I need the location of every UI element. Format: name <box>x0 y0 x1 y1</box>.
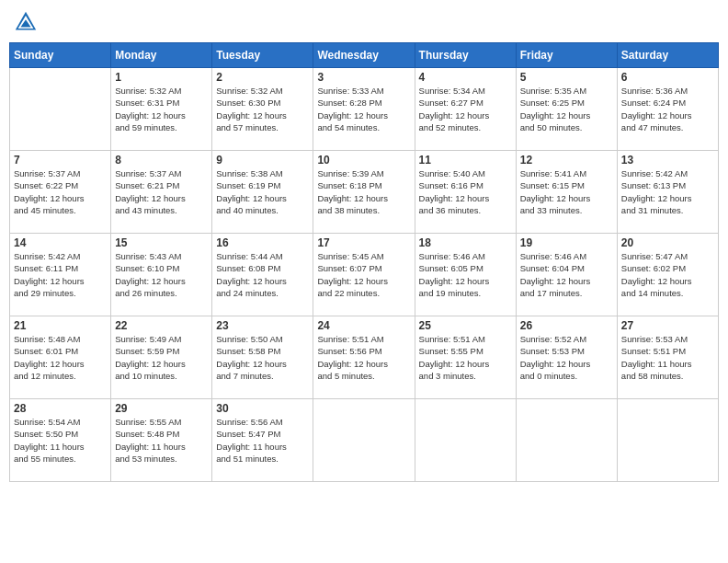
day-info: Sunrise: 5:39 AM Sunset: 6:18 PM Dayligh… <box>317 167 410 216</box>
calendar-cell: 30Sunrise: 5:56 AM Sunset: 5:47 PM Dayli… <box>212 399 313 482</box>
day-info: Sunrise: 5:55 AM Sunset: 5:48 PM Dayligh… <box>115 416 208 465</box>
calendar-cell: 21Sunrise: 5:48 AM Sunset: 6:01 PM Dayli… <box>10 316 111 399</box>
day-info: Sunrise: 5:46 AM Sunset: 6:04 PM Dayligh… <box>520 250 613 299</box>
day-number: 12 <box>520 154 613 167</box>
day-info: Sunrise: 5:34 AM Sunset: 6:27 PM Dayligh… <box>419 85 512 133</box>
day-info: Sunrise: 5:32 AM Sunset: 6:31 PM Dayligh… <box>115 85 208 133</box>
calendar-cell: 22Sunrise: 5:49 AM Sunset: 5:59 PM Dayli… <box>111 316 212 399</box>
day-number: 5 <box>520 71 613 84</box>
day-number: 15 <box>115 236 208 249</box>
calendar-cell: 24Sunrise: 5:51 AM Sunset: 5:56 PM Dayli… <box>313 316 415 399</box>
day-info: Sunrise: 5:46 AM Sunset: 6:05 PM Dayligh… <box>419 250 512 299</box>
calendar-cell: 6Sunrise: 5:36 AM Sunset: 6:24 PM Daylig… <box>617 68 718 151</box>
calendar-cell <box>415 399 516 482</box>
day-number: 9 <box>216 154 309 167</box>
day-info: Sunrise: 5:53 AM Sunset: 5:51 PM Dayligh… <box>621 333 714 382</box>
day-info: Sunrise: 5:49 AM Sunset: 5:59 PM Dayligh… <box>115 333 208 382</box>
day-number: 7 <box>14 154 107 167</box>
day-info: Sunrise: 5:51 AM Sunset: 5:56 PM Dayligh… <box>317 333 410 382</box>
day-number: 16 <box>216 236 309 249</box>
day-number: 11 <box>419 154 512 167</box>
calendar-cell: 1Sunrise: 5:32 AM Sunset: 6:31 PM Daylig… <box>111 68 212 151</box>
day-number: 10 <box>317 154 410 167</box>
day-info: Sunrise: 5:45 AM Sunset: 6:07 PM Dayligh… <box>317 250 410 299</box>
day-info: Sunrise: 5:48 AM Sunset: 6:01 PM Dayligh… <box>14 333 107 382</box>
day-number: 6 <box>621 71 714 84</box>
day-info: Sunrise: 5:56 AM Sunset: 5:47 PM Dayligh… <box>216 416 309 465</box>
day-info: Sunrise: 5:33 AM Sunset: 6:28 PM Dayligh… <box>317 85 410 133</box>
day-number: 19 <box>520 236 613 249</box>
calendar-cell: 11Sunrise: 5:40 AM Sunset: 6:16 PM Dayli… <box>415 151 516 234</box>
day-number: 18 <box>419 236 512 249</box>
day-info: Sunrise: 5:41 AM Sunset: 6:15 PM Dayligh… <box>520 167 613 216</box>
day-info: Sunrise: 5:42 AM Sunset: 6:11 PM Dayligh… <box>14 250 107 299</box>
day-info: Sunrise: 5:37 AM Sunset: 6:21 PM Dayligh… <box>115 167 208 216</box>
day-number: 25 <box>419 319 512 332</box>
day-info: Sunrise: 5:47 AM Sunset: 6:02 PM Dayligh… <box>621 250 714 299</box>
page-header <box>9 9 719 35</box>
day-number: 13 <box>621 154 714 167</box>
calendar-cell: 18Sunrise: 5:46 AM Sunset: 6:05 PM Dayli… <box>415 234 516 316</box>
day-info: Sunrise: 5:51 AM Sunset: 5:55 PM Dayligh… <box>419 333 512 382</box>
calendar-cell: 23Sunrise: 5:50 AM Sunset: 5:58 PM Dayli… <box>212 316 313 399</box>
day-info: Sunrise: 5:42 AM Sunset: 6:13 PM Dayligh… <box>621 167 714 216</box>
calendar-cell: 15Sunrise: 5:43 AM Sunset: 6:10 PM Dayli… <box>111 234 212 316</box>
day-number: 26 <box>520 319 613 332</box>
calendar-cell: 4Sunrise: 5:34 AM Sunset: 6:27 PM Daylig… <box>415 68 516 151</box>
day-number: 4 <box>419 71 512 84</box>
day-number: 24 <box>317 319 410 332</box>
calendar-cell: 7Sunrise: 5:37 AM Sunset: 6:22 PM Daylig… <box>10 151 111 234</box>
day-number: 20 <box>621 236 714 249</box>
day-info: Sunrise: 5:37 AM Sunset: 6:22 PM Dayligh… <box>14 167 107 216</box>
calendar-cell <box>313 399 415 482</box>
weekday-header: Sunday <box>10 43 111 68</box>
calendar-week-row: 21Sunrise: 5:48 AM Sunset: 6:01 PM Dayli… <box>10 316 719 399</box>
day-info: Sunrise: 5:50 AM Sunset: 5:58 PM Dayligh… <box>216 333 309 382</box>
day-info: Sunrise: 5:40 AM Sunset: 6:16 PM Dayligh… <box>419 167 512 216</box>
day-number: 2 <box>216 71 309 84</box>
day-info: Sunrise: 5:43 AM Sunset: 6:10 PM Dayligh… <box>115 250 208 299</box>
logo-icon <box>13 9 39 35</box>
day-number: 22 <box>115 319 208 332</box>
calendar-cell: 2Sunrise: 5:32 AM Sunset: 6:30 PM Daylig… <box>212 68 313 151</box>
day-number: 29 <box>115 402 208 415</box>
calendar-cell: 27Sunrise: 5:53 AM Sunset: 5:51 PM Dayli… <box>617 316 718 399</box>
day-info: Sunrise: 5:32 AM Sunset: 6:30 PM Dayligh… <box>216 85 309 133</box>
calendar-cell <box>10 68 111 151</box>
calendar-table: SundayMondayTuesdayWednesdayThursdayFrid… <box>9 42 719 482</box>
weekday-header-row: SundayMondayTuesdayWednesdayThursdayFrid… <box>10 43 719 68</box>
day-number: 21 <box>14 319 107 332</box>
calendar-cell: 16Sunrise: 5:44 AM Sunset: 6:08 PM Dayli… <box>212 234 313 316</box>
logo <box>13 9 42 35</box>
day-number: 1 <box>115 71 208 84</box>
day-number: 28 <box>14 402 107 415</box>
calendar-cell: 5Sunrise: 5:35 AM Sunset: 6:25 PM Daylig… <box>516 68 617 151</box>
day-number: 14 <box>14 236 107 249</box>
day-info: Sunrise: 5:54 AM Sunset: 5:50 PM Dayligh… <box>14 416 107 465</box>
calendar-week-row: 28Sunrise: 5:54 AM Sunset: 5:50 PM Dayli… <box>10 399 719 482</box>
calendar-cell: 12Sunrise: 5:41 AM Sunset: 6:15 PM Dayli… <box>516 151 617 234</box>
day-number: 23 <box>216 319 309 332</box>
weekday-header: Friday <box>516 43 617 68</box>
calendar-cell: 10Sunrise: 5:39 AM Sunset: 6:18 PM Dayli… <box>313 151 415 234</box>
calendar-cell: 26Sunrise: 5:52 AM Sunset: 5:53 PM Dayli… <box>516 316 617 399</box>
day-number: 27 <box>621 319 714 332</box>
calendar-cell: 3Sunrise: 5:33 AM Sunset: 6:28 PM Daylig… <box>313 68 415 151</box>
calendar-cell: 8Sunrise: 5:37 AM Sunset: 6:21 PM Daylig… <box>111 151 212 234</box>
day-number: 8 <box>115 154 208 167</box>
calendar-cell: 17Sunrise: 5:45 AM Sunset: 6:07 PM Dayli… <box>313 234 415 316</box>
weekday-header: Monday <box>111 43 212 68</box>
calendar-week-row: 14Sunrise: 5:42 AM Sunset: 6:11 PM Dayli… <box>10 234 719 316</box>
calendar-cell: 14Sunrise: 5:42 AM Sunset: 6:11 PM Dayli… <box>10 234 111 316</box>
day-info: Sunrise: 5:36 AM Sunset: 6:24 PM Dayligh… <box>621 85 714 133</box>
calendar-cell: 13Sunrise: 5:42 AM Sunset: 6:13 PM Dayli… <box>617 151 718 234</box>
calendar-cell: 19Sunrise: 5:46 AM Sunset: 6:04 PM Dayli… <box>516 234 617 316</box>
calendar-week-row: 7Sunrise: 5:37 AM Sunset: 6:22 PM Daylig… <box>10 151 719 234</box>
day-info: Sunrise: 5:44 AM Sunset: 6:08 PM Dayligh… <box>216 250 309 299</box>
weekday-header: Tuesday <box>212 43 313 68</box>
calendar-cell: 29Sunrise: 5:55 AM Sunset: 5:48 PM Dayli… <box>111 399 212 482</box>
calendar-cell: 25Sunrise: 5:51 AM Sunset: 5:55 PM Dayli… <box>415 316 516 399</box>
calendar-cell: 28Sunrise: 5:54 AM Sunset: 5:50 PM Dayli… <box>10 399 111 482</box>
calendar-cell <box>516 399 617 482</box>
day-number: 30 <box>216 402 309 415</box>
